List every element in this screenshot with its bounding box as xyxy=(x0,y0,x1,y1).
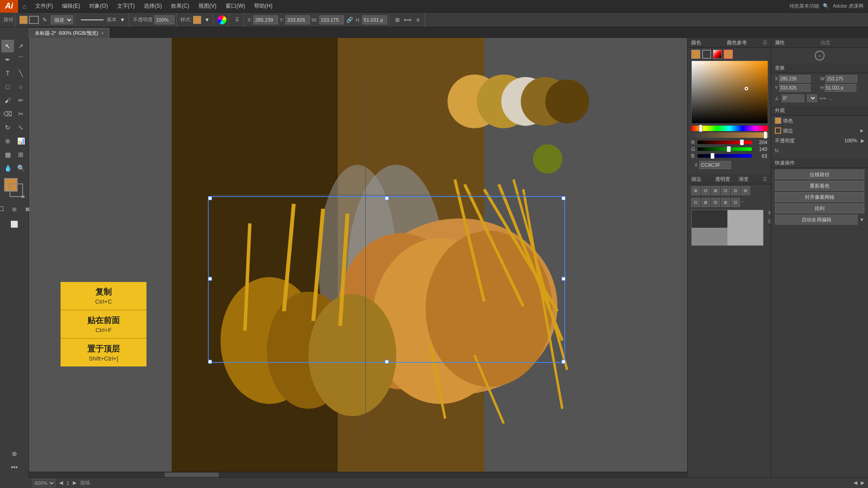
y-coord-input[interactable] xyxy=(779,84,811,92)
align-right[interactable]: ⊠ xyxy=(711,186,720,195)
distribute-bottom[interactable]: ⊡ xyxy=(731,198,740,207)
distribute-right[interactable]: ⊟ xyxy=(711,198,720,207)
fill-color-swatch[interactable] xyxy=(19,16,28,24)
more-tools-btn[interactable]: ••• xyxy=(8,461,21,474)
lock-ratio-icon[interactable]: 🔗 xyxy=(345,15,354,24)
color-panel-menu[interactable]: ☰ xyxy=(763,40,767,46)
eraser-tool[interactable]: ⌫ xyxy=(1,108,14,120)
eyedropper-tool[interactable]: 💧 xyxy=(1,162,14,174)
y-input[interactable] xyxy=(285,15,310,24)
paintbrush-tool[interactable]: 🖌 xyxy=(1,94,14,107)
hue-slider[interactable] xyxy=(691,126,768,131)
ctx-paste-front[interactable]: 贴在前面 Ctrl+F xyxy=(61,310,146,339)
home-icon[interactable]: ⌂ xyxy=(18,0,31,13)
active-swatch[interactable] xyxy=(724,50,733,59)
menu-view[interactable]: 视图(V) xyxy=(194,0,221,12)
menu-effect[interactable]: 效果(C) xyxy=(166,0,194,12)
stroke-appearance-swatch[interactable] xyxy=(775,127,781,134)
puppet-tool[interactable]: ⊕ xyxy=(8,447,21,460)
align-center[interactable]: ⊟ xyxy=(701,186,710,195)
trans-tab[interactable]: 透明度 xyxy=(715,176,737,183)
color-wheel-icon[interactable] xyxy=(217,15,226,24)
nav-next-btn[interactable]: ▶ xyxy=(73,480,76,486)
align-left[interactable]: ⊞ xyxy=(691,186,700,195)
menu-window[interactable]: 窗口(W) xyxy=(221,0,250,12)
menu-select[interactable]: 选择(S) xyxy=(139,0,166,12)
more-icon[interactable]: ≡ xyxy=(414,15,423,24)
zoom-tool[interactable]: 🔍 xyxy=(14,162,27,174)
mesh-tool[interactable]: ⊞ xyxy=(14,148,27,161)
ctx-bring-front[interactable]: 置于顶层 Shift+Ctrl+] xyxy=(61,339,146,366)
stroke-panel-menu[interactable]: ☰ xyxy=(763,176,767,182)
menu-file[interactable]: 文件(F) xyxy=(31,0,57,12)
distribute-v[interactable]: ⊞ xyxy=(741,186,750,195)
color-spectrum[interactable] xyxy=(691,61,768,124)
alpha-slider[interactable] xyxy=(691,132,768,138)
stroke-dropdown-icon[interactable]: ▼ xyxy=(118,15,127,24)
h-scroll-thumb[interactable] xyxy=(165,473,219,477)
select-tool[interactable]: ↖ xyxy=(1,40,14,52)
curvature-tool[interactable]: ⌒ xyxy=(14,53,27,66)
r-slider[interactable] xyxy=(698,141,752,144)
stroke-icon[interactable] xyxy=(29,16,39,24)
scale-tool[interactable]: ⤡ xyxy=(14,121,27,134)
h-coord-input[interactable] xyxy=(825,84,856,92)
menu-object[interactable]: 对象(O) xyxy=(85,0,112,12)
chart-tool[interactable]: 📊 xyxy=(14,135,27,147)
distribute-center[interactable]: ⊠ xyxy=(701,198,710,207)
menu-edit[interactable]: 编辑(E) xyxy=(57,0,85,12)
more-transform[interactable]: ... xyxy=(829,96,832,101)
angle-select[interactable] xyxy=(807,94,817,102)
active-tab[interactable]: 未标题-2* 600% (RGB/预览) × xyxy=(29,28,109,38)
distribute-left[interactable]: ⊡ xyxy=(691,198,700,207)
hex-input[interactable] xyxy=(699,161,731,169)
gradient-swatch[interactable] xyxy=(713,50,722,59)
pen-tool[interactable]: ✒ xyxy=(1,53,14,66)
w-coord-input[interactable] xyxy=(826,75,857,83)
grid-icon[interactable]: ⠿ xyxy=(232,15,241,24)
swap-colors-icon[interactable]: ⇄ xyxy=(21,194,25,199)
tab-close-btn[interactable]: × xyxy=(101,31,104,36)
angle-input[interactable] xyxy=(782,94,804,102)
offset-path-btn[interactable]: 位移路径 xyxy=(775,169,864,179)
search-icon[interactable]: 🔍 xyxy=(823,3,829,9)
horizontal-scrollbar[interactable] xyxy=(29,472,769,477)
rotate-tool[interactable]: ↻ xyxy=(1,121,14,134)
align-pixel-btn[interactable]: 对齐像素网格 xyxy=(775,192,864,202)
style-swatch[interactable] xyxy=(193,16,201,24)
w-input[interactable] xyxy=(319,15,344,24)
ellipse-tool[interactable]: ○ xyxy=(14,80,27,93)
menu-help[interactable]: 帮助(H) xyxy=(250,0,277,12)
text-tool[interactable]: T xyxy=(1,67,14,80)
x-input[interactable] xyxy=(253,15,278,24)
gradient-tool[interactable]: ▦ xyxy=(1,148,14,161)
global-edit-dropdown[interactable]: ▼ xyxy=(859,217,864,222)
morph-tab[interactable]: 渐变 xyxy=(739,176,761,183)
status-scroll-right[interactable]: ▶ xyxy=(861,480,864,486)
g-slider[interactable] xyxy=(698,147,752,151)
shape-select[interactable]: 描述 xyxy=(51,15,73,24)
align-top[interactable]: ⊡ xyxy=(721,186,730,195)
distribute-h[interactable]: ⊟ xyxy=(731,186,740,195)
line-tool[interactable]: ╲ xyxy=(14,67,27,80)
scissors-tool[interactable]: ✂ xyxy=(14,108,27,120)
zoom-select[interactable]: 600% xyxy=(33,479,56,487)
warp-icon[interactable]: ⟺ xyxy=(403,15,412,24)
stroke-expand-btn[interactable]: ▶ xyxy=(859,128,864,133)
fill-appearance-swatch[interactable] xyxy=(775,117,781,124)
distribute-top[interactable]: ⊞ xyxy=(721,198,730,207)
nav-prev-btn[interactable]: ◀ xyxy=(59,480,63,486)
fill-swatch[interactable] xyxy=(691,50,700,59)
opacity-input[interactable] xyxy=(154,15,175,24)
artboard-tool[interactable]: ⬜ xyxy=(8,218,21,230)
fill-none-btn[interactable]: □ xyxy=(0,202,8,215)
transform-icon[interactable]: ⊞ xyxy=(393,15,402,24)
rect-tool[interactable]: □ xyxy=(1,80,14,93)
pencil-tool[interactable]: ✏ xyxy=(14,94,27,107)
status-scroll-left[interactable]: ◀ xyxy=(854,480,857,486)
recolor-btn[interactable]: 重新着色 xyxy=(775,181,864,191)
arrange-btn[interactable]: 排列 xyxy=(775,203,864,213)
ctx-copy[interactable]: 复制 Ctrl+C xyxy=(61,282,146,310)
global-edit-btn[interactable]: 启动全局编辑 xyxy=(775,215,858,225)
b-slider[interactable] xyxy=(698,154,752,158)
